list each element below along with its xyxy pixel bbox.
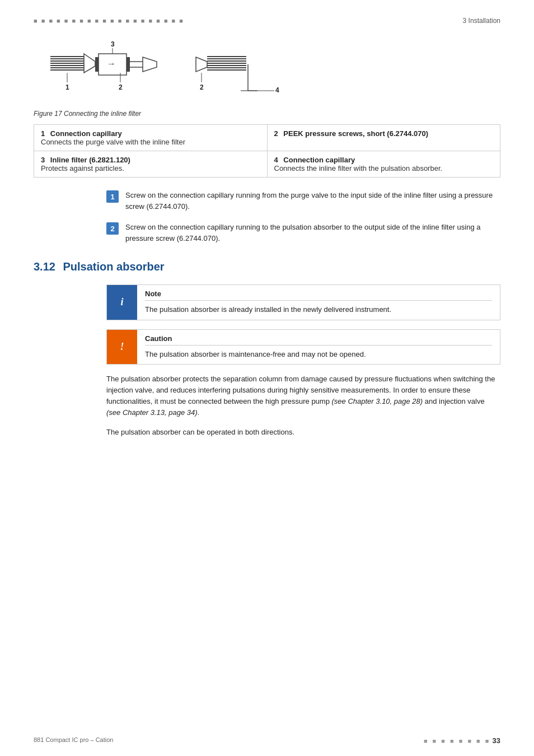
caution-content: Caution The pulsation absorber is mainte…	[137, 330, 500, 365]
header: ■ ■ ■ ■ ■ ■ ■ ■ ■ ■ ■ ■ ■ ■ ■ ■ ■ ■ ■ ■ …	[34, 17, 500, 25]
caution-text: The pulsation absorber is maintenance-fr…	[145, 349, 492, 360]
footer: 881 Compact IC pro – Cation ■ ■ ■ ■ ■ ■ …	[34, 736, 500, 745]
step-number-2: 2	[106, 222, 119, 235]
body-text-1: The pulsation absorber protects the sepa…	[106, 374, 500, 419]
note-box: i Note The pulsation absorber is already…	[106, 284, 500, 320]
left-capillary	[50, 56, 84, 71]
svg-text:4: 4	[275, 86, 279, 94]
inline-filter-diagram: →	[34, 40, 358, 108]
page: ■ ■ ■ ■ ■ ■ ■ ■ ■ ■ ■ ■ ■ ■ ■ ■ ■ ■ ■ ■ …	[0, 0, 534, 756]
caution-box: ! Caution The pulsation absorber is main…	[106, 329, 500, 365]
footer-dots: ■ ■ ■ ■ ■ ■ ■ ■	[424, 738, 491, 744]
parts-table: 1 Connection capillary Connects the purg…	[34, 124, 500, 178]
part-number-1: 1	[41, 129, 45, 138]
part-title-4: Connection capillary	[283, 156, 355, 164]
header-dots: ■ ■ ■ ■ ■ ■ ■ ■ ■ ■ ■ ■ ■ ■ ■ ■ ■ ■ ■ ■	[34, 17, 184, 24]
svg-rect-17	[207, 60, 246, 62]
svg-rect-3	[50, 63, 84, 64]
svg-text:1: 1	[65, 83, 69, 91]
svg-text:2: 2	[119, 83, 123, 91]
svg-rect-19	[207, 65, 246, 66]
svg-rect-11	[127, 57, 130, 72]
svg-rect-2	[50, 60, 84, 62]
part-number-3: 3	[41, 156, 45, 164]
figure-area: →	[34, 35, 500, 118]
table-row: 1 Connection capillary Connects the purg…	[34, 125, 500, 151]
diagram-container: →	[34, 40, 500, 108]
header-section: 3 Installation	[463, 17, 500, 25]
caution-title: Caution	[145, 334, 492, 346]
svg-marker-7	[84, 54, 95, 73]
part-desc-1: Connects the purge valve with the inline…	[41, 138, 185, 146]
steps-area: 1 Screw on the connection capillary runn…	[106, 190, 500, 244]
table-cell-3: 3 Inline filter (6.2821.120) Protects ag…	[34, 151, 268, 178]
table-cell-2: 2 PEEK pressure screws, short (6.2744.07…	[267, 125, 500, 151]
table-row: 3 Inline filter (6.2821.120) Protects ag…	[34, 151, 500, 178]
svg-rect-18	[207, 63, 246, 64]
svg-rect-0	[50, 56, 84, 57]
table-cell-4: 4 Connection capillary Connects the inli…	[267, 151, 500, 178]
part-title-1: Connection capillary	[50, 129, 122, 138]
svg-rect-1	[50, 58, 84, 59]
part-desc-3: Protects against particles.	[41, 164, 124, 172]
figure-caption: Figure 17 Connecting the inline filter	[34, 110, 500, 118]
part-title-3: Inline filter (6.2821.120)	[50, 156, 130, 164]
note-title: Note	[145, 290, 492, 301]
svg-marker-14	[143, 57, 157, 72]
step-2: 2 Screw on the connection capillary runn…	[106, 222, 500, 244]
svg-rect-8	[95, 57, 99, 72]
svg-text:→: →	[107, 59, 116, 68]
footer-left: 881 Compact IC pro – Cation	[34, 736, 113, 745]
table-cell-1: 1 Connection capillary Connects the purg…	[34, 125, 268, 151]
svg-text:3: 3	[111, 40, 115, 48]
note-icon: i	[107, 285, 137, 320]
part-title-2: PEEK pressure screws, short (6.2744.070)	[283, 129, 428, 138]
svg-rect-16	[207, 58, 246, 59]
section-num-312: 3.12	[34, 260, 55, 273]
svg-text:2: 2	[200, 83, 204, 91]
note-text: The pulsation absorber is already instal…	[145, 304, 492, 315]
note-icon-letter: i	[120, 296, 123, 308]
part-number-4: 4	[274, 156, 278, 164]
caution-icon-symbol: !	[120, 341, 124, 353]
step-1: 1 Screw on the connection capillary runn…	[106, 190, 500, 212]
step-number-1: 1	[106, 190, 119, 203]
section-title-312: Pulsation absorber	[63, 260, 165, 273]
svg-rect-15	[207, 56, 246, 57]
step-text-2: Screw on the connection capillary runnin…	[125, 222, 500, 244]
note-content: Note The pulsation absorber is already i…	[137, 285, 500, 320]
section-heading-312: 3.12 Pulsation absorber	[34, 260, 500, 273]
footer-page: 33	[493, 736, 500, 745]
footer-right: ■ ■ ■ ■ ■ ■ ■ ■ 33	[424, 736, 500, 745]
body-text-2: The pulsation absorber can be operated i…	[106, 427, 500, 438]
svg-marker-22	[196, 57, 207, 72]
svg-rect-6	[50, 69, 84, 71]
svg-rect-21	[207, 69, 246, 71]
caution-icon: !	[107, 330, 137, 365]
part-number-2: 2	[274, 129, 278, 138]
svg-rect-20	[207, 67, 246, 68]
svg-rect-5	[50, 67, 84, 68]
svg-rect-4	[50, 65, 84, 66]
step-text-1: Screw on the connection capillary runnin…	[125, 190, 500, 212]
part-desc-4: Connects the inline filter with the puls…	[274, 164, 443, 172]
